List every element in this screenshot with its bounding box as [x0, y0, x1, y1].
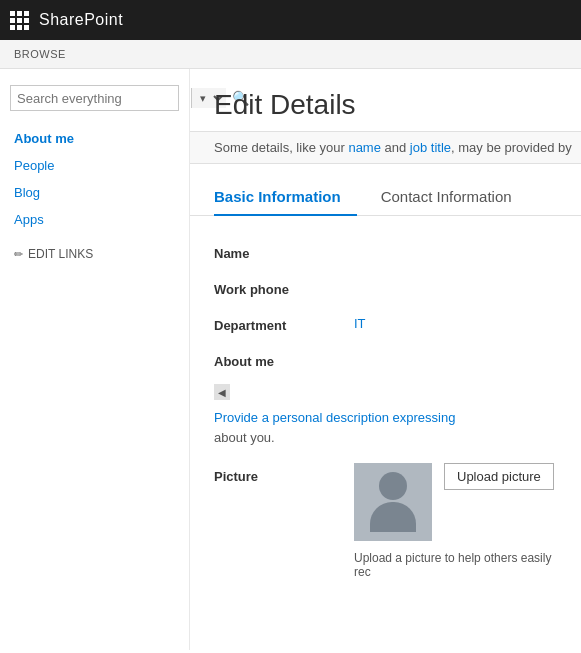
scroll-left-arrow[interactable]: ◀ — [214, 384, 230, 400]
app-title: SharePoint — [39, 11, 123, 29]
avatar-body — [370, 502, 416, 532]
field-department: Department IT — [214, 308, 557, 344]
grid-icon[interactable] — [10, 11, 29, 30]
field-work-phone: Work phone — [214, 272, 557, 308]
picture-section: Picture Upload picture Upload a picture … — [214, 455, 557, 587]
picture-row: Upload picture — [354, 463, 557, 541]
page-title: Edit Details — [190, 69, 581, 131]
field-department-value: IT — [354, 316, 557, 331]
pencil-icon: ✏ — [14, 248, 23, 261]
form-area: Name Work phone Department IT About me ◀ — [190, 216, 581, 607]
sidebar-item-about-me[interactable]: About me — [0, 125, 189, 152]
sidebar-item-people[interactable]: People — [0, 152, 189, 179]
sidebar-item-blog[interactable]: Blog — [0, 179, 189, 206]
field-name: Name — [214, 236, 557, 272]
field-about-me: About me — [214, 344, 557, 380]
sidebar-item-apps[interactable]: Apps — [0, 206, 189, 233]
field-name-label: Name — [214, 244, 354, 261]
tab-contact-information[interactable]: Contact Information — [381, 180, 528, 215]
tabs: Basic Information Contact Information — [190, 164, 581, 216]
upload-picture-button[interactable]: Upload picture — [444, 463, 554, 490]
sidebar: ▾ 🔍 About me People Blog Apps ✏ EDIT LIN… — [0, 69, 190, 650]
browse-bar: BROWSE — [0, 40, 581, 69]
picture-label: Picture — [214, 463, 354, 484]
about-me-desc-text: Provide a personal description expressin… — [214, 410, 455, 445]
about-me-description: Provide a personal description expressin… — [214, 404, 557, 455]
top-bar: SharePoint — [0, 0, 581, 40]
avatar-person — [370, 472, 416, 532]
edit-links-label: EDIT LINKS — [28, 247, 93, 261]
search-input[interactable] — [11, 87, 191, 110]
picture-help: Upload a picture to help others easily r… — [354, 551, 557, 579]
avatar-head — [379, 472, 407, 500]
info-banner-text: Some details, like your name and job tit… — [214, 140, 572, 155]
browse-label: BROWSE — [14, 48, 66, 60]
field-about-me-label: About me — [214, 352, 354, 369]
avatar — [354, 463, 432, 541]
field-department-label: Department — [214, 316, 354, 333]
content-area: Edit Details Some details, like your nam… — [190, 69, 581, 650]
info-banner: Some details, like your name and job tit… — [190, 131, 581, 164]
search-box: ▾ 🔍 — [10, 85, 179, 111]
main-layout: ▾ 🔍 About me People Blog Apps ✏ EDIT LIN… — [0, 69, 581, 650]
field-work-phone-label: Work phone — [214, 280, 354, 297]
tab-basic-information[interactable]: Basic Information — [214, 180, 357, 215]
picture-content: Upload picture Upload a picture to help … — [354, 463, 557, 579]
edit-links[interactable]: ✏ EDIT LINKS — [0, 237, 189, 271]
